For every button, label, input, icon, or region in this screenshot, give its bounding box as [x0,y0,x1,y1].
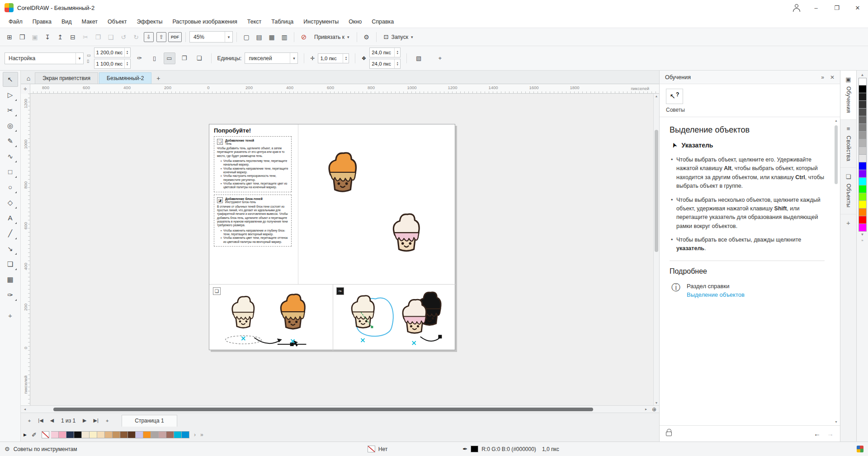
color-swatch[interactable] [859,216,867,224]
tryit-panel[interactable]: Попробуйте! ❏ Добавление теней Тень Чтоб… [214,127,292,247]
color-swatch[interactable] [859,78,867,86]
outline-color-swatch[interactable] [471,446,478,452]
cupcake-orange[interactable] [321,147,364,195]
vertical-scrollbar-thumb[interactable] [655,130,658,252]
transparency-tool[interactable]: ▦ [3,272,18,287]
color-swatch[interactable] [90,431,97,438]
menu-item[interactable]: Файл [4,15,28,28]
scroll-up-icon[interactable]: ▲ [834,119,839,122]
previous-page-button[interactable]: ◀ [47,415,57,426]
stepper-icon[interactable] [394,59,400,68]
dimension-tool[interactable]: ╱ [3,226,18,241]
color-swatch[interactable] [859,170,867,178]
menu-item[interactable]: Правка [28,15,57,28]
scroll-left-icon[interactable]: ◂ [22,407,28,411]
copy-icon[interactable]: ❐ [92,31,104,43]
stepper-icon[interactable] [394,48,400,57]
stepper-icon[interactable] [124,48,130,57]
menu-item[interactable]: Вид [57,15,77,28]
page-width-input[interactable] [94,50,124,55]
color-swatch[interactable] [120,431,128,438]
current-page-button[interactable]: ❏ [193,52,205,64]
menu-item[interactable]: Растровые изображения [167,15,242,28]
color-swatch[interactable] [859,201,867,209]
restore-button[interactable]: ❐ [826,0,847,15]
menu-item[interactable]: Инструменты [298,15,344,28]
customize-propbar-button[interactable]: + [434,52,446,64]
rectangle-tool[interactable]: □ [3,164,18,179]
color-swatch[interactable] [59,431,66,438]
color-swatch[interactable] [859,132,867,139]
home-icon[interactable]: ⌂ [22,72,35,84]
color-swatch[interactable] [105,431,113,438]
tab-learning[interactable]: ▣ Обучения [840,71,856,120]
document-page[interactable]: Попробуйте! ❏ Добавление теней Тень Чтоб… [209,124,455,350]
shape-tool[interactable]: ▷ [3,87,18,102]
pick-tool[interactable]: ↖ [3,72,18,87]
hints-icon[interactable]: ↖ ? [666,89,683,104]
color-swatch[interactable] [859,147,867,155]
add-tool-button[interactable]: + [3,308,18,323]
zoom-corner-icon[interactable]: ⊕ [650,406,658,413]
next-page-button[interactable]: ▶ [80,415,90,426]
add-page-button-2[interactable]: + [102,415,112,426]
save-icon[interactable]: ▣ [29,31,41,43]
preset-select[interactable]: Настройка ▾ [5,52,84,64]
add-docker-button[interactable]: + [840,219,856,227]
color-swatch[interactable] [859,185,867,193]
color-swatch[interactable] [859,155,867,162]
print-icon[interactable]: ⊟ [67,31,79,43]
zoom-level-select[interactable]: 45% ▾ [189,31,233,43]
menu-item[interactable]: Макет [77,15,103,28]
palette-expand-icon[interactable]: » [200,432,203,438]
open-icon[interactable]: ❒ [16,31,28,43]
menu-item[interactable]: Эффекты [132,15,168,28]
cut-icon[interactable]: ✂ [80,31,91,43]
redo-icon[interactable]: ↻ [130,31,142,43]
menu-item[interactable]: Справка [367,15,399,28]
palette-scroll-down-icon[interactable]: ▼ [861,233,864,237]
color-swatch[interactable] [182,431,189,438]
no-color-swatch[interactable] [42,431,49,438]
treat-as-filled-button[interactable]: ▧ [413,52,425,64]
color-swatch[interactable] [859,86,867,93]
color-swatch[interactable] [859,162,867,170]
color-swatch[interactable] [859,224,867,232]
document-tab[interactable]: Экран приветствия [35,72,98,84]
menu-item[interactable]: Текст [242,15,266,28]
palette-scroll-up-icon[interactable]: ▲ [861,73,864,77]
freehand-tool[interactable]: ✎ [3,133,18,148]
crop-tool[interactable]: ✂ [3,103,18,118]
docker-close-icon[interactable]: ✕ [830,74,835,81]
color-swatch[interactable] [859,193,867,201]
guidelines-toggle-icon[interactable]: ▥ [278,31,290,43]
snap-disabled-icon[interactable]: ⊘ [298,31,310,43]
color-swatch[interactable] [128,431,136,438]
horizontal-ruler[interactable]: ✛ 80060040020002004006008001000120014001… [21,84,659,94]
undo-icon[interactable]: ↺ [118,31,129,43]
vertical-ruler[interactable]: 120010008006004002000 пикселей [21,94,30,405]
color-swatch[interactable] [66,431,74,438]
color-swatch[interactable] [136,431,143,438]
import-icon[interactable]: ⇩ [144,32,154,42]
palette-expand-icon[interactable]: » [861,238,863,242]
page-tab[interactable]: Страница 1 [122,415,177,427]
color-swatch[interactable] [859,139,867,147]
vertical-scrollbar[interactable]: ▲ ▼ [653,94,659,405]
menu-item[interactable]: Окно [344,15,367,28]
stepper-icon[interactable] [124,59,130,68]
forward-icon[interactable]: → [827,430,834,437]
docker-scrollbar-thumb[interactable] [835,125,838,184]
new-tab-button[interactable]: + [152,72,164,84]
docker-scrollbar[interactable]: ▲ ▼ [834,119,839,423]
color-swatch[interactable] [151,431,159,438]
export-icon[interactable]: ⇧ [156,32,166,42]
color-swatch[interactable] [859,101,867,109]
horizontal-scrollbar[interactable] [29,407,642,412]
grid-toggle-icon[interactable]: ▦ [266,31,278,43]
landscape-orientation-button[interactable]: ▭ [164,52,175,64]
docker-float-icon[interactable]: » [821,74,824,81]
nudge-input[interactable] [318,56,343,61]
duplicate-y-input[interactable] [370,61,394,66]
page-height-input[interactable] [94,61,124,66]
